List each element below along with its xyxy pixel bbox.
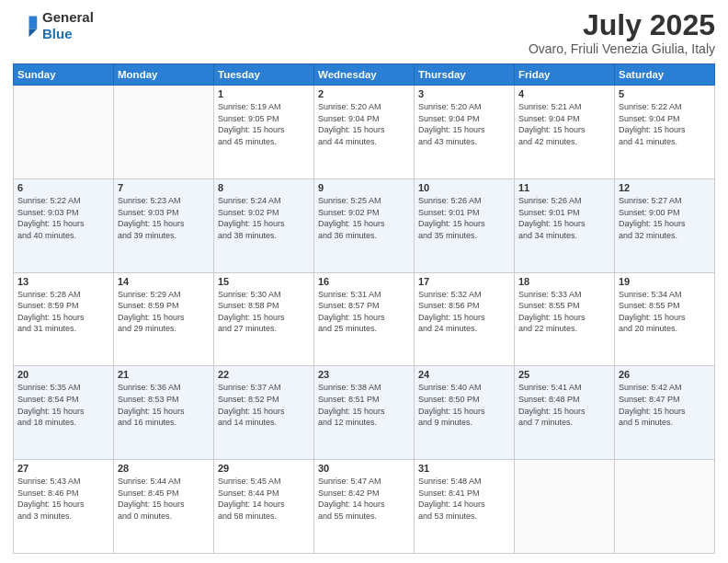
calendar-cell: 4Sunrise: 5:21 AM Sunset: 9:04 PM Daylig… bbox=[515, 86, 615, 179]
calendar-cell: 17Sunrise: 5:32 AM Sunset: 8:56 PM Dayli… bbox=[415, 272, 515, 366]
day-info: Sunrise: 5:36 AM Sunset: 8:53 PM Dayligh… bbox=[118, 382, 210, 428]
calendar-cell: 30Sunrise: 5:47 AM Sunset: 8:42 PM Dayli… bbox=[314, 460, 415, 554]
day-number: 7 bbox=[118, 182, 210, 193]
svg-marker-1 bbox=[29, 29, 38, 38]
calendar-cell: 13Sunrise: 5:28 AM Sunset: 8:59 PM Dayli… bbox=[14, 272, 114, 366]
calendar-cell bbox=[14, 86, 114, 179]
day-info: Sunrise: 5:28 AM Sunset: 8:59 PM Dayligh… bbox=[17, 289, 109, 335]
day-info: Sunrise: 5:26 AM Sunset: 9:01 PM Dayligh… bbox=[418, 195, 510, 241]
day-number: 8 bbox=[218, 182, 310, 193]
calendar-cell: 9Sunrise: 5:25 AM Sunset: 9:02 PM Daylig… bbox=[314, 178, 415, 272]
day-number: 18 bbox=[518, 276, 610, 287]
day-info: Sunrise: 5:25 AM Sunset: 9:02 PM Dayligh… bbox=[318, 195, 410, 241]
calendar-week-row: 27Sunrise: 5:43 AM Sunset: 8:46 PM Dayli… bbox=[14, 460, 715, 554]
header: General Blue July 2025 Ovaro, Friuli Ven… bbox=[13, 9, 715, 56]
day-number: 15 bbox=[218, 276, 310, 287]
day-info: Sunrise: 5:35 AM Sunset: 8:54 PM Dayligh… bbox=[17, 382, 109, 428]
calendar-cell bbox=[114, 86, 214, 179]
day-number: 19 bbox=[619, 276, 711, 287]
title-section: July 2025 Ovaro, Friuli Venezia Giulia, … bbox=[529, 9, 715, 56]
day-number: 3 bbox=[418, 88, 510, 99]
day-info: Sunrise: 5:48 AM Sunset: 8:41 PM Dayligh… bbox=[418, 476, 510, 522]
day-of-week-header: Wednesday bbox=[314, 64, 415, 86]
day-number: 13 bbox=[17, 276, 109, 287]
calendar-cell: 11Sunrise: 5:26 AM Sunset: 9:01 PM Dayli… bbox=[515, 178, 615, 272]
day-info: Sunrise: 5:37 AM Sunset: 8:52 PM Dayligh… bbox=[218, 382, 310, 428]
day-info: Sunrise: 5:38 AM Sunset: 8:51 PM Dayligh… bbox=[318, 382, 410, 428]
day-number: 31 bbox=[418, 463, 510, 474]
day-number: 10 bbox=[418, 182, 510, 193]
calendar-cell: 20Sunrise: 5:35 AM Sunset: 8:54 PM Dayli… bbox=[14, 366, 114, 460]
day-number: 21 bbox=[118, 369, 210, 380]
calendar-cell: 16Sunrise: 5:31 AM Sunset: 8:57 PM Dayli… bbox=[314, 272, 415, 366]
calendar-cell: 26Sunrise: 5:42 AM Sunset: 8:47 PM Dayli… bbox=[615, 366, 715, 460]
day-info: Sunrise: 5:43 AM Sunset: 8:46 PM Dayligh… bbox=[17, 476, 109, 522]
day-info: Sunrise: 5:20 AM Sunset: 9:04 PM Dayligh… bbox=[318, 101, 410, 147]
day-info: Sunrise: 5:34 AM Sunset: 8:55 PM Dayligh… bbox=[619, 289, 711, 335]
month-year: July 2025 bbox=[529, 9, 715, 41]
day-info: Sunrise: 5:27 AM Sunset: 9:00 PM Dayligh… bbox=[619, 195, 711, 241]
day-info: Sunrise: 5:47 AM Sunset: 8:42 PM Dayligh… bbox=[318, 476, 410, 522]
day-number: 24 bbox=[418, 369, 510, 380]
day-of-week-header: Monday bbox=[114, 64, 214, 86]
day-info: Sunrise: 5:33 AM Sunset: 8:55 PM Dayligh… bbox=[518, 289, 610, 335]
calendar-cell: 23Sunrise: 5:38 AM Sunset: 8:51 PM Dayli… bbox=[314, 366, 415, 460]
day-of-week-header: Friday bbox=[515, 64, 615, 86]
day-number: 16 bbox=[318, 276, 410, 287]
calendar-cell: 5Sunrise: 5:22 AM Sunset: 9:04 PM Daylig… bbox=[615, 86, 715, 179]
day-number: 2 bbox=[318, 88, 410, 99]
calendar-cell: 29Sunrise: 5:45 AM Sunset: 8:44 PM Dayli… bbox=[214, 460, 314, 554]
calendar-cell: 15Sunrise: 5:30 AM Sunset: 8:58 PM Dayli… bbox=[214, 272, 314, 366]
calendar-week-row: 20Sunrise: 5:35 AM Sunset: 8:54 PM Dayli… bbox=[14, 366, 715, 460]
calendar-cell: 25Sunrise: 5:41 AM Sunset: 8:48 PM Dayli… bbox=[515, 366, 615, 460]
day-info: Sunrise: 5:22 AM Sunset: 9:04 PM Dayligh… bbox=[619, 101, 711, 147]
day-number: 20 bbox=[17, 369, 109, 380]
calendar-cell bbox=[615, 460, 715, 554]
svg-marker-0 bbox=[29, 17, 38, 29]
calendar-cell: 22Sunrise: 5:37 AM Sunset: 8:52 PM Dayli… bbox=[214, 366, 314, 460]
day-info: Sunrise: 5:21 AM Sunset: 9:04 PM Dayligh… bbox=[518, 101, 610, 147]
calendar-cell: 12Sunrise: 5:27 AM Sunset: 9:00 PM Dayli… bbox=[615, 178, 715, 272]
calendar-cell: 10Sunrise: 5:26 AM Sunset: 9:01 PM Dayli… bbox=[415, 178, 515, 272]
day-info: Sunrise: 5:41 AM Sunset: 8:48 PM Dayligh… bbox=[518, 382, 610, 428]
day-info: Sunrise: 5:23 AM Sunset: 9:03 PM Dayligh… bbox=[118, 195, 210, 241]
day-number: 1 bbox=[218, 88, 310, 99]
day-number: 29 bbox=[218, 463, 310, 474]
calendar-cell: 18Sunrise: 5:33 AM Sunset: 8:55 PM Dayli… bbox=[515, 272, 615, 366]
calendar-cell: 8Sunrise: 5:24 AM Sunset: 9:02 PM Daylig… bbox=[214, 178, 314, 272]
calendar: SundayMondayTuesdayWednesdayThursdayFrid… bbox=[13, 63, 715, 554]
day-info: Sunrise: 5:42 AM Sunset: 8:47 PM Dayligh… bbox=[619, 382, 711, 428]
day-info: Sunrise: 5:24 AM Sunset: 9:02 PM Dayligh… bbox=[218, 195, 310, 241]
calendar-cell: 14Sunrise: 5:29 AM Sunset: 8:59 PM Dayli… bbox=[114, 272, 214, 366]
day-number: 28 bbox=[118, 463, 210, 474]
day-info: Sunrise: 5:32 AM Sunset: 8:56 PM Dayligh… bbox=[418, 289, 510, 335]
day-info: Sunrise: 5:22 AM Sunset: 9:03 PM Dayligh… bbox=[17, 195, 109, 241]
day-number: 17 bbox=[418, 276, 510, 287]
calendar-cell: 24Sunrise: 5:40 AM Sunset: 8:50 PM Dayli… bbox=[415, 366, 515, 460]
calendar-cell: 27Sunrise: 5:43 AM Sunset: 8:46 PM Dayli… bbox=[14, 460, 114, 554]
calendar-cell: 2Sunrise: 5:20 AM Sunset: 9:04 PM Daylig… bbox=[314, 86, 415, 179]
calendar-week-row: 6Sunrise: 5:22 AM Sunset: 9:03 PM Daylig… bbox=[14, 178, 715, 272]
calendar-cell bbox=[515, 460, 615, 554]
day-number: 5 bbox=[619, 88, 711, 99]
calendar-cell: 28Sunrise: 5:44 AM Sunset: 8:45 PM Dayli… bbox=[114, 460, 214, 554]
logo-text: General Blue bbox=[42, 9, 94, 42]
calendar-header-row: SundayMondayTuesdayWednesdayThursdayFrid… bbox=[14, 64, 715, 86]
location: Ovaro, Friuli Venezia Giulia, Italy bbox=[529, 41, 715, 56]
day-number: 14 bbox=[118, 276, 210, 287]
day-info: Sunrise: 5:40 AM Sunset: 8:50 PM Dayligh… bbox=[418, 382, 510, 428]
day-number: 6 bbox=[17, 182, 109, 193]
calendar-cell: 3Sunrise: 5:20 AM Sunset: 9:04 PM Daylig… bbox=[415, 86, 515, 179]
day-number: 4 bbox=[518, 88, 610, 99]
day-number: 30 bbox=[318, 463, 410, 474]
calendar-cell: 31Sunrise: 5:48 AM Sunset: 8:41 PM Dayli… bbox=[415, 460, 515, 554]
day-number: 23 bbox=[318, 369, 410, 380]
day-info: Sunrise: 5:30 AM Sunset: 8:58 PM Dayligh… bbox=[218, 289, 310, 335]
day-info: Sunrise: 5:31 AM Sunset: 8:57 PM Dayligh… bbox=[318, 289, 410, 335]
day-info: Sunrise: 5:29 AM Sunset: 8:59 PM Dayligh… bbox=[118, 289, 210, 335]
day-of-week-header: Sunday bbox=[14, 64, 114, 86]
day-info: Sunrise: 5:19 AM Sunset: 9:05 PM Dayligh… bbox=[218, 101, 310, 147]
calendar-cell: 19Sunrise: 5:34 AM Sunset: 8:55 PM Dayli… bbox=[615, 272, 715, 366]
calendar-week-row: 13Sunrise: 5:28 AM Sunset: 8:59 PM Dayli… bbox=[14, 272, 715, 366]
day-info: Sunrise: 5:26 AM Sunset: 9:01 PM Dayligh… bbox=[518, 195, 610, 241]
